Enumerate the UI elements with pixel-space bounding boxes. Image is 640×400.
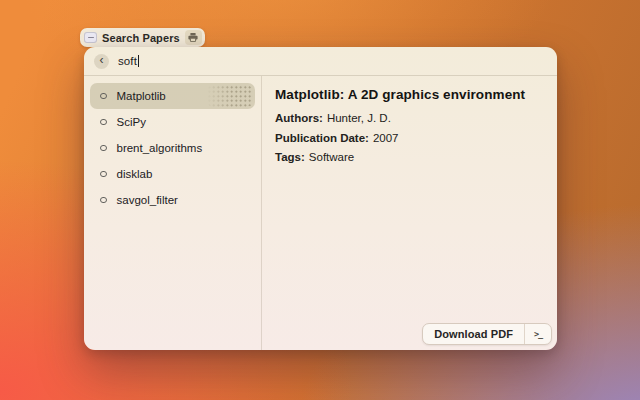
text-caret: [138, 55, 139, 67]
list-item-label: savgol_filter: [117, 194, 178, 206]
list-item-disklab[interactable]: disklab: [90, 161, 255, 187]
tags-line: Tags:Software: [275, 151, 544, 163]
detail-pane: Matplotlib: A 2D graphics environment Au…: [262, 76, 557, 350]
circle-outline-icon: [100, 197, 107, 204]
publication-date-line: Publication Date:2007: [275, 132, 544, 144]
search-input[interactable]: soft: [118, 55, 139, 67]
search-papers-window: ‹ soft Matplotlib SciPy brent_algorithms…: [84, 47, 557, 350]
authors-line: Authors:Hunter, J. D.: [275, 112, 544, 124]
download-pdf-button[interactable]: Download PDF >_: [422, 323, 552, 345]
list-item-brent-algorithms[interactable]: brent_algorithms: [90, 135, 255, 161]
list-item-scipy[interactable]: SciPy: [90, 109, 255, 135]
printer-icon: [185, 30, 202, 45]
circle-outline-icon: [100, 171, 107, 178]
paper-title: Matplotlib: A 2D graphics environment: [275, 87, 544, 102]
circle-outline-icon: [100, 93, 107, 100]
list-item-label: brent_algorithms: [117, 142, 203, 154]
back-button[interactable]: ‹: [94, 54, 109, 69]
tags-label: Tags:: [275, 151, 305, 163]
terminal-prompt-icon[interactable]: >_: [524, 324, 551, 344]
authors-label: Authors:: [275, 112, 323, 124]
list-item-matplotlib[interactable]: Matplotlib: [90, 83, 255, 109]
publication-date-label: Publication Date:: [275, 132, 369, 144]
window-title-pill: Search Papers: [80, 28, 205, 47]
publication-date-value: 2007: [373, 132, 399, 144]
desktop-background: { "window_title": { "label": "Search Pap…: [0, 0, 640, 400]
results-list: Matplotlib SciPy brent_algorithms diskla…: [84, 76, 262, 350]
list-item-savgol-filter[interactable]: savgol_filter: [90, 187, 255, 213]
circle-outline-icon: [100, 145, 107, 152]
list-item-label: Matplotlib: [117, 90, 166, 102]
window-body: Matplotlib SciPy brent_algorithms diskla…: [84, 76, 557, 350]
window-title: Search Papers: [102, 32, 180, 44]
authors-value: Hunter, J. D.: [327, 112, 391, 124]
search-bar: ‹ soft: [84, 47, 557, 76]
list-item-label: disklab: [117, 168, 153, 180]
circle-outline-icon: [100, 119, 107, 126]
list-item-label: SciPy: [117, 116, 146, 128]
download-pdf-label: Download PDF: [423, 324, 524, 344]
chevron-left-icon: ‹: [100, 54, 104, 66]
key-dash-icon: [84, 32, 97, 43]
tags-value: Software: [309, 151, 354, 163]
